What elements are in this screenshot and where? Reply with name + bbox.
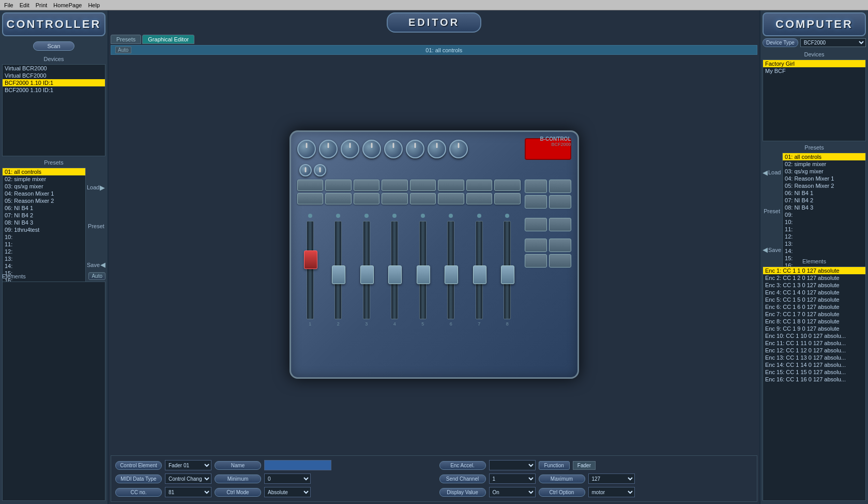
midi-data-type-select[interactable]: Control Change [165,473,211,484]
ctrl-btn[interactable] [325,193,352,204]
list-item[interactable]: Enc 6: CC 1 6 0 127 absolute [763,303,865,310]
list-item[interactable]: Enc 2: CC 1 2 0 127 absolute [763,274,865,281]
fader-handle-5[interactable] [417,265,430,284]
save-arrow[interactable]: ◀ [100,261,105,269]
list-item[interactable]: 11: [3,241,85,248]
function-button[interactable]: Function [539,461,570,470]
menu-print[interactable]: Print [36,2,48,8]
scan-button[interactable]: Scan [33,41,74,51]
fader-track[interactable] [447,221,454,319]
ctrl-btn[interactable] [466,193,493,204]
fader-handle-7[interactable] [473,265,486,284]
knob-1[interactable] [297,140,316,158]
list-item[interactable]: 01: all controls [783,153,865,160]
list-item[interactable]: 01: all controls [3,168,85,175]
list-item[interactable]: Enc 7: CC 1 7 0 127 absolute [763,310,865,318]
list-item[interactable]: My BCF [763,67,865,75]
save-arrow-right[interactable]: ◀ [763,246,768,254]
load-arrow[interactable]: ▶ [100,184,105,191]
list-item[interactable]: 11: [783,226,865,233]
list-item[interactable]: Factory Girl [763,60,865,67]
fader-handle-1[interactable] [304,250,317,269]
tab-graphical-editor[interactable]: Graphical Editor [142,35,194,44]
list-item[interactable]: Enc 15: CC 1 15 0 127 absolu... [763,368,865,376]
small-knob-1[interactable] [299,164,312,176]
enc-accel-select[interactable] [489,460,536,470]
ctrl-btn[interactable] [438,180,464,191]
ctrl-btn[interactable] [410,193,436,204]
ctrl-option-select[interactable]: motor [588,487,635,497]
list-item[interactable]: 04: Reason Mixer 1 [783,175,865,182]
fader-track[interactable] [307,221,314,319]
knob-6[interactable] [406,140,424,158]
knob-4[interactable] [362,140,381,158]
load-arrow-right[interactable]: ◀ [763,169,768,176]
fader-handle-8[interactable] [501,265,514,284]
list-item[interactable]: 10: [3,233,85,241]
list-item[interactable]: 07: NI B4 2 [783,197,865,204]
fader-track[interactable] [476,221,483,319]
list-item[interactable]: 14: [783,247,865,255]
list-item[interactable]: Enc 9: CC 1 9 0 127 absolute [763,325,865,332]
list-item[interactable]: Enc 11: CC 1 11 0 127 absolu... [763,339,865,347]
small-knob-2[interactable] [314,164,326,176]
knob-7[interactable] [428,140,446,158]
minimum-select[interactable]: 0 [264,473,311,484]
knob-2[interactable] [319,140,338,158]
ctrl-btn[interactable] [354,180,380,191]
list-item[interactable]: 10: [783,218,865,226]
save-label[interactable]: Save [87,262,100,268]
ctrl-btn[interactable] [297,193,324,204]
fader-handle-3[interactable] [360,265,374,284]
side-btn[interactable] [549,218,571,231]
auto-button[interactable]: Auto [88,272,105,280]
menu-homepage[interactable]: HomePage [53,2,82,8]
menu-edit[interactable]: Edit [20,2,29,8]
list-item[interactable]: 09: [783,211,865,218]
fader-handle-6[interactable] [445,265,458,284]
list-item[interactable]: Enc 8: CC 1 8 0 127 absolute [763,318,865,325]
fader-handle-2[interactable] [332,265,345,284]
list-item[interactable]: Enc 12: CC 1 12 0 127 absolu... [763,347,865,354]
fader-track[interactable] [391,221,398,319]
list-item[interactable]: 13: [3,255,85,262]
side-btn[interactable] [525,195,547,209]
ctrl-btn[interactable] [354,193,380,204]
list-item[interactable]: 09: 1thru4test [3,226,85,233]
fader-track[interactable] [334,221,342,319]
list-item[interactable]: Enc 10: CC 1 10 0 127 absolu... [763,332,865,339]
list-item[interactable]: 12: [3,248,85,255]
menu-help[interactable]: Help [88,2,100,8]
side-btn[interactable] [525,218,547,231]
ctrl-btn[interactable] [410,180,436,191]
control-element-select[interactable]: Fader 01 [165,460,211,470]
ctrl-btn[interactable] [382,180,408,191]
ctrl-mode-select[interactable]: Absolute [264,487,311,497]
ctrl-btn[interactable] [382,193,408,204]
menu-file[interactable]: File [4,2,13,8]
list-item[interactable]: 03: qs/xg mixer [3,183,85,190]
side-btn[interactable] [525,180,547,193]
ctrl-btn[interactable] [494,180,521,191]
side-btn[interactable] [549,180,571,193]
side-btn[interactable] [549,254,571,268]
list-item[interactable]: BCF2000 1.10 ID:1 [3,79,105,86]
name-input[interactable] [264,460,331,470]
side-btn[interactable] [525,239,547,252]
knob-5[interactable] [384,140,403,158]
list-item[interactable]: 03: qs/xg mixer [783,168,865,175]
knob-3[interactable] [341,140,359,158]
list-item[interactable]: Enc 3: CC 1 3 0 127 absolute [763,281,865,289]
fader-track[interactable] [363,221,370,319]
list-item[interactable]: 04: Reason Mixer 1 [3,190,85,197]
list-item[interactable]: BCF2000 1.10 ID:1 [3,86,105,94]
list-item[interactable]: 06: NI B4 1 [3,204,85,212]
cc-no-select[interactable]: 81 [165,487,211,497]
ctrl-btn[interactable] [438,193,464,204]
knob-8[interactable] [449,140,468,158]
ctrl-btn[interactable] [325,180,352,191]
list-item[interactable]: 12: [783,233,865,240]
load-label[interactable]: Load [87,184,99,190]
ctrl-btn[interactable] [494,193,521,204]
fader-handle-4[interactable] [388,265,402,284]
